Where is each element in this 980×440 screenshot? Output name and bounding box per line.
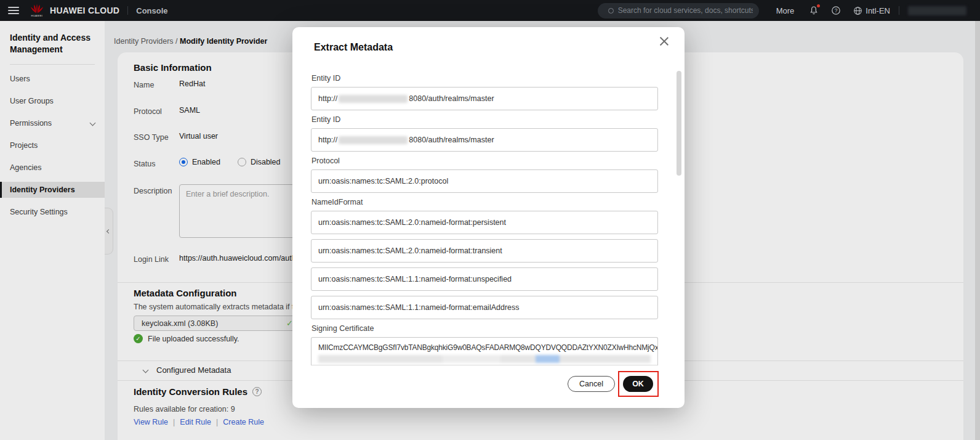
entity-id-field-1[interactable]: http:// 8080/auth/realms/master <box>311 87 658 110</box>
nameid-field-persistent[interactable] <box>311 211 658 234</box>
dialog-title: Extract Metadata <box>314 42 393 53</box>
protocol-field[interactable] <box>311 169 658 193</box>
nameidformat-label: NameIdFormat <box>311 198 363 206</box>
nameid-field-unspecified[interactable] <box>311 267 658 291</box>
entity-id-label-2: Entity ID <box>311 115 340 124</box>
entity-id-label-1: Entity ID <box>311 74 340 83</box>
signing-certificate-label: Signing Certificate <box>311 324 374 333</box>
signing-certificate-field[interactable]: MIICmzCCAYMCBgGSfI7vbTANBgkqhkiG9w0BAQsF… <box>311 337 658 365</box>
close-icon[interactable] <box>659 36 670 47</box>
redacted-host <box>339 95 408 103</box>
certificate-text: MIICmzCCAYMCBgGSfI7vbTANBgkqhkiG9w0BAQsF… <box>318 343 651 352</box>
redacted-host <box>339 136 408 144</box>
certificate-redacted-line <box>318 355 651 363</box>
dialog-footer: Cancel OK <box>292 376 685 392</box>
cancel-button[interactable]: Cancel <box>568 376 615 392</box>
nameid-field-emailaddress[interactable] <box>311 296 658 319</box>
ok-button[interactable]: OK <box>623 376 653 392</box>
modal-scrollbar-thumb[interactable] <box>677 71 681 176</box>
protocol-label: Protocol <box>311 157 340 165</box>
entity-id-field-2[interactable]: http:// 8080/auth/realms/master <box>311 128 658 152</box>
nameid-field-transient[interactable] <box>311 239 658 263</box>
extract-metadata-dialog: Extract Metadata Entity ID http:// 8080/… <box>292 27 685 408</box>
